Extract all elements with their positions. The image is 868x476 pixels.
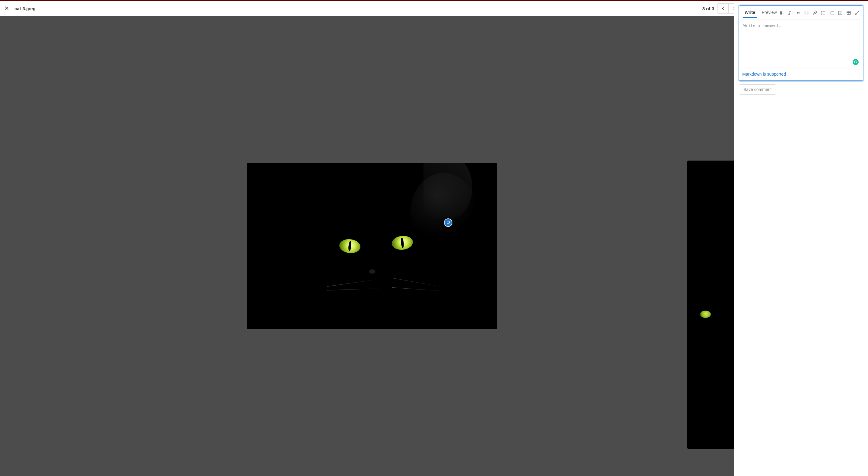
close-button[interactable]: [2, 4, 11, 13]
comment-textarea-wrap: G: [742, 20, 860, 67]
chevron-left-icon: [721, 6, 725, 10]
task-list-button[interactable]: [838, 10, 843, 15]
bold-button[interactable]: [779, 10, 783, 15]
svg-line-21: [858, 11, 859, 13]
numbered-list-button[interactable]: 123: [829, 10, 834, 15]
bulleted-list-button[interactable]: [821, 10, 826, 15]
grammarly-badge[interactable]: G: [852, 59, 859, 65]
fullscreen-button[interactable]: [855, 10, 860, 15]
tab-preview[interactable]: Preview: [760, 8, 779, 18]
svg-point-9: [821, 13, 822, 13]
comment-icon: [446, 221, 450, 225]
displayed-image[interactable]: [247, 163, 497, 329]
editor-card: Write Preview: [739, 5, 863, 81]
save-comment-button[interactable]: Save comment: [739, 84, 776, 95]
svg-text:3: 3: [830, 13, 831, 15]
close-icon: [4, 6, 9, 10]
comment-panel: Write Preview: [734, 1, 868, 476]
comment-textarea[interactable]: [742, 20, 862, 66]
editor-tabs: Write Preview: [742, 7, 860, 18]
svg-line-22: [855, 13, 857, 15]
image-filename: cat-3.jpeg: [14, 6, 36, 11]
image-viewer: cat-3.jpeg 3 of 3: [0, 1, 744, 476]
comment-pin[interactable]: [444, 218, 453, 227]
svg-point-8: [821, 11, 822, 12]
markdown-help-link[interactable]: Markdown is supported: [742, 72, 786, 76]
italic-button[interactable]: [787, 10, 792, 15]
tab-write[interactable]: Write: [743, 8, 757, 18]
image-viewer-header: cat-3.jpeg 3 of 3: [0, 1, 743, 16]
image-viewer-body: [0, 16, 743, 476]
quote-button[interactable]: [796, 10, 801, 15]
svg-rect-17: [838, 11, 842, 15]
link-button[interactable]: [812, 10, 817, 15]
prev-button[interactable]: [717, 3, 728, 13]
svg-line-4: [789, 11, 790, 15]
editor-toolbar: 123: [779, 10, 860, 15]
table-button[interactable]: [846, 10, 851, 15]
divider: [742, 68, 860, 68]
image-index: 3 of 3: [703, 6, 714, 11]
code-button[interactable]: [804, 10, 809, 15]
svg-point-10: [821, 14, 822, 14]
